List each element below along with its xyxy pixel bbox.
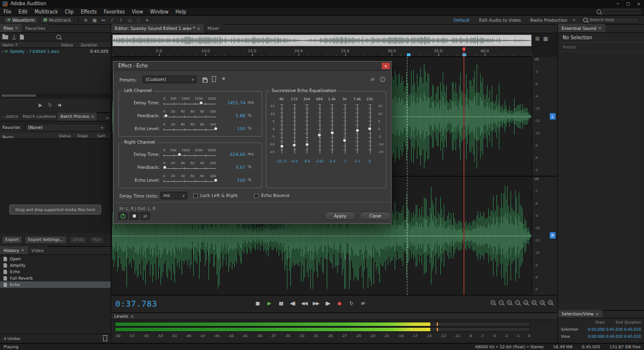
skip-to-start-button[interactable]: ◀▮: [288, 300, 297, 307]
scrollbar-thumb[interactable]: [1, 94, 36, 97]
eq-band-689-handle[interactable]: [317, 133, 321, 137]
history-step-open[interactable]: Open: [0, 256, 111, 262]
selection-end[interactable]: 0:45.020: [605, 327, 623, 332]
panel-menu-icon[interactable]: ≡: [598, 26, 602, 30]
preview-play-icon[interactable]: ▶: [39, 103, 42, 108]
menu-item-window[interactable]: Window: [146, 9, 172, 15]
zoom-in-time-button[interactable]: +: [507, 300, 512, 305]
help-search-field[interactable]: Search Help: [581, 17, 639, 23]
tab-files[interactable]: Files ≡: [0, 24, 22, 32]
selection-duration[interactable]: 0:45.020: [623, 327, 641, 332]
new-file-icon[interactable]: [20, 35, 24, 40]
workspace-overflow-icon[interactable]: »: [573, 18, 576, 23]
apply-button[interactable]: Apply: [324, 212, 356, 220]
tab-favorites[interactable]: Favorites: [22, 24, 49, 32]
overview-waveform[interactable]: [113, 35, 531, 46]
zoom-out-amplitude-button[interactable]: −: [499, 300, 503, 305]
favorite-dropdown[interactable]: (None) ▾: [25, 124, 107, 131]
fast-forward-button[interactable]: ▶▶: [311, 300, 320, 307]
time-selection-tool-icon[interactable]: I: [117, 16, 125, 23]
eq-band-22k-value[interactable]: 0: [362, 159, 378, 163]
left-echo-level-value[interactable]: 100: [218, 126, 245, 131]
playhead[interactable]: [464, 47, 464, 295]
tab-history[interactable]: History ≡: [0, 246, 28, 254]
tab-overflow-icon[interactable]: »: [106, 115, 111, 121]
import-file-icon[interactable]: ↓: [12, 35, 16, 39]
maximize-button[interactable]: □: [623, 0, 633, 8]
tab-diagnostics[interactable]: ...ostics: [0, 113, 20, 121]
horizontal-scrollbar[interactable]: [0, 94, 111, 97]
stop-button[interactable]: ■: [253, 300, 262, 307]
skip-to-end-button[interactable]: ▮▶: [323, 300, 332, 307]
export-settings-button[interactable]: Export Settings...: [25, 236, 67, 244]
skip-selection-button[interactable]: ⇄: [358, 300, 367, 307]
tab-essential-sound[interactable]: Essential Sound ≡: [558, 24, 605, 32]
eq-band-3k-handle[interactable]: [342, 138, 347, 142]
close-button[interactable]: ×: [633, 0, 644, 8]
echo-bounce-checkbox[interactable]: Echo Bounce: [254, 193, 290, 198]
zoom-out-time-button[interactable]: −: [515, 300, 520, 305]
eq-band-22k-handle[interactable]: [368, 127, 372, 131]
open-file-icon[interactable]: [2, 35, 8, 39]
minimize-button[interactable]: ─: [612, 0, 623, 8]
spectral-display-icon[interactable]: ▦: [91, 16, 98, 23]
zoom-selection-left-button[interactable]: ⇤: [532, 300, 536, 305]
lock-left-right-checkbox[interactable]: Lock Left & Right: [193, 193, 238, 198]
playhead-time-display[interactable]: 0:37.783: [115, 299, 157, 308]
channel-badge-right[interactable]: R: [550, 232, 556, 239]
selection-start-marker[interactable]: [407, 53, 410, 56]
eq-band-172-handle[interactable]: [292, 143, 296, 147]
tab-selection-view[interactable]: Selection/View ≡: [558, 310, 602, 318]
delete-preset-icon[interactable]: [212, 77, 216, 82]
eq-band-1-4k-handle[interactable]: [330, 131, 334, 135]
menu-item-file[interactable]: File: [0, 9, 15, 15]
workspace-edit-audio-to-video[interactable]: Edit Audio to Video: [479, 18, 521, 23]
razor-tool-icon[interactable]: ⁄: [108, 16, 116, 23]
preview-toggle-button[interactable]: ⇄: [141, 212, 150, 220]
panel-menu-icon[interactable]: ≡: [15, 26, 18, 30]
menu-item-multitrack[interactable]: Multitrack: [31, 9, 61, 15]
channel-badge-left[interactable]: L: [550, 113, 556, 120]
menu-item-effects[interactable]: Effects: [77, 9, 100, 15]
dialog-titlebar[interactable]: Effect - Echo ×: [114, 62, 391, 71]
right-delay-time-value[interactable]: 629.66: [218, 152, 245, 157]
close-dialog-button[interactable]: Close: [359, 212, 391, 220]
marquee-selection-tool-icon[interactable]: ▭: [126, 16, 133, 23]
zoom-full-button[interactable]: ↔: [548, 300, 553, 305]
waveform-view-button[interactable]: ≋ Waveform: [4, 16, 38, 23]
quick-search-input[interactable]: [603, 9, 640, 14]
display-settings-icon[interactable]: ▦: [543, 36, 549, 42]
paintbrush-tool-icon[interactable]: +: [143, 16, 151, 23]
lasso-selection-tool-icon[interactable]: ◌: [135, 16, 142, 23]
expand-icon[interactable]: ›: [2, 49, 4, 54]
trash-icon[interactable]: [103, 337, 107, 341]
pause-button[interactable]: ▮▮: [276, 300, 285, 307]
selection-start[interactable]: 0:00.000: [587, 327, 605, 332]
history-step-full-reverb[interactable]: Full Reverb: [0, 275, 111, 281]
menu-item-edit[interactable]: Edit: [15, 9, 31, 15]
panel-menu-icon[interactable]: ≡: [91, 114, 94, 119]
left-echo-level-slider[interactable]: 020406080100: [163, 123, 216, 132]
effect-toggle-icon[interactable]: ⇄: [371, 77, 375, 82]
panel-menu-icon[interactable]: ≡: [197, 26, 200, 31]
right-feedback-slider[interactable]: 020406080100: [163, 161, 216, 171]
view-end[interactable]: 0:45.020: [605, 334, 623, 339]
multitrack-view-button[interactable]: ▤ Multitrack: [40, 16, 74, 23]
eq-band-86-handle[interactable]: [280, 144, 284, 148]
eq-band-344-handle[interactable]: [305, 142, 309, 147]
zoom-navigator[interactable]: [112, 35, 532, 46]
move-tool-icon[interactable]: ↔: [100, 16, 107, 23]
left-delay-time-slider[interactable]: 0500100015002000: [163, 97, 216, 106]
tab-match-loudness[interactable]: Match Loudness: [20, 113, 59, 121]
panel-menu-icon[interactable]: ≡: [21, 248, 25, 253]
zoom-navigator-icon[interactable]: ⊞: [535, 36, 540, 42]
menu-item-favorites[interactable]: Favorites: [100, 9, 128, 15]
left-delay-time-value[interactable]: 1451.74: [218, 100, 245, 106]
play-button[interactable]: ▶: [265, 300, 273, 307]
tab-video[interactable]: Video: [28, 246, 47, 254]
panel-menu-icon[interactable]: ≡: [595, 312, 599, 317]
right-echo-level-handle[interactable]: [214, 178, 218, 182]
right-echo-level-slider[interactable]: 020406080100: [163, 174, 216, 184]
zoom-selection-right-button[interactable]: ⇥: [540, 300, 544, 305]
rewind-button[interactable]: ◀◀: [300, 300, 309, 307]
